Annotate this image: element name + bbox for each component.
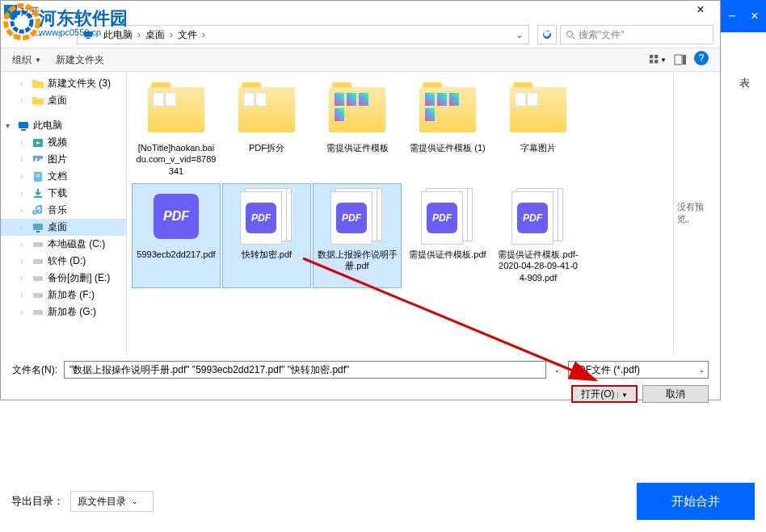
close-button[interactable]: ×: [684, 1, 717, 22]
file-item-1[interactable]: PDF拆分: [222, 77, 311, 182]
folder-icon: [32, 77, 44, 90]
close-button-bg[interactable]: ×: [743, 0, 766, 32]
svg-rect-4: [86, 38, 90, 40]
file-item-8[interactable]: PDF需提供证件模板.pdf: [403, 183, 492, 288]
file-item-7[interactable]: PDF数据上报操作说明手册.pdf: [313, 183, 402, 288]
file-label: PDF拆分: [249, 142, 284, 153]
svg-rect-22: [36, 231, 40, 232]
sidebar: ›新建文件夹 (3)›桌面▾此电脑›视频›图片›文档›下载›音乐›桌面›本地磁盘…: [1, 72, 127, 354]
start-merge-button[interactable]: 开始合并: [637, 483, 755, 520]
folder-icon: [506, 81, 570, 139]
video-icon: [32, 136, 44, 149]
tree-item-0[interactable]: ›新建文件夹 (3): [1, 75, 126, 92]
svg-point-30: [40, 295, 42, 296]
pdf-stack-icon: PDF: [415, 187, 480, 245]
organize-button[interactable]: 组织 ▼: [12, 53, 41, 67]
tree-item-10[interactable]: ›本地磁盘 (C:): [1, 236, 126, 253]
back-button[interactable]: ←: [7, 25, 27, 44]
svg-rect-14: [21, 129, 26, 131]
svg-rect-12: [683, 55, 686, 65]
new-folder-button[interactable]: 新建文件夹: [56, 53, 104, 67]
disk-icon: [32, 272, 44, 285]
file-item-0[interactable]: [NoTitle]haokan.baidu.com_v_vid=8789341: [132, 77, 221, 182]
dialog-title: 打开: [20, 5, 684, 19]
svg-line-6: [572, 36, 574, 39]
svg-rect-13: [19, 122, 28, 128]
refresh-icon: [542, 30, 552, 40]
pc-icon: [82, 29, 94, 40]
tree-item-1[interactable]: ›桌面: [1, 92, 126, 109]
pdf-stack-icon: PDF: [325, 187, 389, 245]
folder-img-icon: [415, 81, 480, 139]
tree-item-13[interactable]: ›新加卷 (F:): [1, 287, 126, 304]
open-button[interactable]: 打开(O) ▼: [571, 385, 638, 403]
search-input[interactable]: 搜索"文件": [560, 25, 713, 44]
tree-item-7[interactable]: ›下载: [1, 185, 126, 202]
tree-item-8[interactable]: ›音乐: [1, 202, 126, 219]
desktop-icon: [32, 221, 44, 234]
svg-rect-20: [36, 176, 40, 177]
file-label: 快转加密.pdf: [242, 249, 292, 260]
disk-icon: [32, 255, 44, 268]
refresh-button[interactable]: [537, 25, 557, 44]
file-item-5[interactable]: PDF5993ecb2dd217.pdf: [132, 183, 221, 288]
folder-icon: [32, 94, 44, 107]
preview-toggle-button[interactable]: [671, 51, 689, 69]
minimize-button[interactable]: −: [721, 0, 743, 32]
forward-button[interactable]: →: [28, 25, 48, 44]
download-icon: [32, 187, 44, 200]
svg-rect-11: [675, 55, 682, 65]
svg-rect-3: [84, 31, 93, 37]
app-icon: [4, 5, 17, 18]
file-item-3[interactable]: 需提供证件模板 (1): [403, 77, 492, 182]
file-label: [NoTitle]haokan.baidu.com_v_vid=8789341: [136, 142, 217, 177]
svg-point-28: [40, 278, 42, 279]
tree-item-4[interactable]: ›视频: [1, 134, 126, 151]
file-label: 需提供证件模板: [326, 142, 389, 153]
file-label: 字幕图片: [520, 142, 556, 153]
filename-input[interactable]: [64, 361, 546, 379]
up-button[interactable]: ↑: [49, 25, 69, 44]
tree-item-6[interactable]: ›文档: [1, 168, 126, 185]
tree-item-9[interactable]: ›桌面: [1, 219, 126, 236]
doc-icon: [32, 170, 44, 183]
export-dir-select[interactable]: 原文件目录 ⌄: [70, 491, 154, 512]
tree-item-11[interactable]: ›软件 (D:): [1, 253, 126, 270]
bottom-bar: 导出目录： 原文件目录 ⌄ 开始合并: [11, 482, 755, 521]
navbar: ← → ↑ › 此电脑 › 桌面 › 文件 › ⌄ 搜索"文件": [1, 22, 720, 48]
tree-item-5[interactable]: ›图片: [1, 151, 126, 168]
svg-point-32: [40, 312, 42, 313]
svg-point-24: [40, 244, 42, 245]
export-label: 导出目录：: [11, 494, 64, 509]
view-mode-button[interactable]: ▼: [649, 51, 667, 69]
file-label: 5993ecb2dd217.pdf: [137, 249, 215, 260]
file-grid: [NoTitle]haokan.baidu.com_v_vid=8789341P…: [127, 72, 673, 354]
help-button[interactable]: ?: [694, 51, 709, 65]
file-label: 数据上报操作说明手册.pdf: [317, 249, 398, 272]
file-item-6[interactable]: PDF快转加密.pdf: [222, 183, 311, 288]
tree-item-3[interactable]: ▾此电脑: [1, 117, 126, 134]
svg-rect-10: [654, 60, 658, 63]
file-item-4[interactable]: 字幕图片: [494, 77, 583, 182]
file-label: 需提供证件模板.pdf: [409, 249, 486, 260]
svg-point-5: [567, 31, 573, 37]
disk-icon: [32, 289, 44, 302]
file-item-2[interactable]: 需提供证件模板: [313, 77, 402, 182]
image-icon: [32, 153, 44, 166]
filename-label: 文件名(N):: [12, 363, 57, 377]
pc-icon: [17, 119, 30, 132]
file-label: 需提供证件模板 (1): [410, 142, 486, 153]
file-item-9[interactable]: PDF需提供证件模板.pdf-2020-04-28-09-41-04-909.p…: [494, 183, 583, 288]
filetype-select[interactable]: PDF文件 (*.pdf)⌄: [568, 361, 709, 379]
cancel-button[interactable]: 取消: [642, 385, 709, 403]
folder-img-icon: [325, 81, 389, 139]
breadcrumb[interactable]: › 此电脑 › 桌面 › 文件 › ⌄: [77, 25, 529, 44]
svg-rect-2: [4, 5, 17, 18]
pdf-stack-icon: PDF: [506, 187, 570, 245]
bg-tab-label: 表: [739, 76, 750, 90]
disk-icon: [32, 306, 44, 319]
tree-item-12[interactable]: ›备份[勿删] (E:): [1, 270, 126, 287]
titlebar: 打开 ×: [1, 1, 720, 22]
tree-item-14[interactable]: ›新加卷 (G:): [1, 304, 126, 320]
preview-icon: [674, 53, 687, 66]
